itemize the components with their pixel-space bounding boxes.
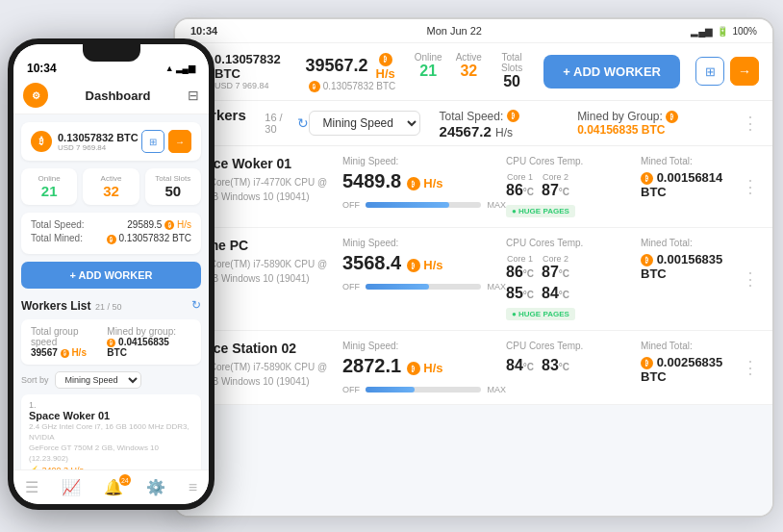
worker-cpu-1: CPU Cores Temp. Core 1 86°C Core 2 87°C … — [506, 156, 641, 217]
mined-group-val: 0.04156835 BTC — [577, 123, 665, 137]
signal-icon: ▂▄▆ — [176, 63, 195, 73]
phone-online-val: 21 — [29, 183, 69, 199]
tablet-frame: 10:34 Mon Jun 22 ▂▄▆ 🔋 100% ₿ 0.13057832… — [173, 17, 774, 518]
phone-btc-amount: 0.13057832 BTC — [58, 132, 139, 143]
total-speed-val: 29589.5 ₿ H/s — [127, 219, 191, 230]
worker-mining-2: Minig Speed: 3568.4 ₿ H/s OFF MAX — [342, 238, 506, 320]
table-row: Space Woker 01 Intel Core(TM) i7-4770K C… — [175, 146, 772, 228]
phone-online-label: Online — [29, 174, 69, 183]
worker-mining-3: Minig Speed: 2872.1 ₿ H/s OFF MAX — [342, 341, 506, 394]
phone-sort-select[interactable]: Mining Speed — [55, 371, 141, 389]
mining-speed-1: 5489.8 ₿ H/s — [342, 170, 506, 192]
phone-workers-header: Workers List 21 / 50 ↻ — [21, 296, 201, 314]
arrow-button[interactable]: → — [730, 57, 759, 86]
speed-btc-icon: ₿ — [379, 53, 392, 66]
phone-online-stat: Online 21 — [21, 168, 77, 205]
desktop-btc-mined-label: ₿ 0.13057832 BTC — [306, 81, 399, 92]
huge-pages-badge-2: ● HUGE PAGES — [506, 308, 575, 320]
mined-label: Total Mined: — [31, 233, 83, 243]
sort-label: Sort by — [21, 375, 49, 385]
active-label: Active — [456, 52, 482, 63]
phone-add-worker-button[interactable]: + ADD WORKER — [21, 262, 201, 289]
desktop-speed-group: 39567.2 ₿ H/s ₿ 0.13057832 BTC — [306, 51, 399, 92]
phone-screen: 10:34 ▲ ▂▄▆ ⚙ Dashboard ⊟ ₿ 0.13057832 B… — [13, 44, 209, 504]
nav-menu[interactable]: ≡ — [179, 477, 207, 498]
slots-val: 50 — [495, 73, 528, 90]
phone-workers-count: 21 / 50 — [95, 302, 122, 312]
worker-mined-1: Mined Total: ₿ 0.00156814 BTC — [641, 156, 742, 217]
workers-more-icon[interactable]: ⋮ — [742, 113, 759, 134]
qr-button[interactable]: ⊞ — [695, 57, 724, 86]
online-label: Online — [415, 52, 442, 63]
phone-logo: ⚙ — [23, 83, 48, 108]
desktop-speed-unit: ₿ H/s — [372, 51, 399, 81]
phone-btc-card: ₿ 0.13057832 BTC USD 7 969.84 ⊞ → — [21, 122, 201, 161]
desktop-total-speed: 39567.2 — [306, 56, 368, 76]
speed-bar-1: OFF MAX — [342, 200, 506, 210]
mined-group-display: Mined by Group: ₿ 0.04156835 BTC — [577, 110, 722, 137]
worker-more-3[interactable]: ⋮ — [742, 341, 759, 394]
phone-notch — [83, 44, 140, 62]
phone-frame: 10:34 ▲ ▂▄▆ ⚙ Dashboard ⊟ ₿ 0.13057832 B… — [8, 38, 215, 510]
desktop-active-stat: Active 32 — [456, 52, 482, 90]
add-worker-button[interactable]: + ADD WORKER — [543, 55, 680, 89]
phone-active-val: 32 — [90, 183, 131, 199]
phone-btc-icon: ₿ — [31, 131, 52, 152]
total-speed-label: Total Speed: — [31, 219, 85, 230]
worker-cpu-3: CPU Cores Temp. 84°C 83°C — [506, 341, 641, 394]
worker-cpu-2: CPU Cores Temp. Core 1 86°C Core 2 87°C — [506, 238, 641, 320]
group-speed-val: 39567 ₿ H/s — [31, 347, 107, 358]
wifi-icon: ▲ — [165, 63, 174, 73]
worker-more-2[interactable]: ⋮ — [742, 238, 759, 320]
mining-speed-2: 3568.4 ₿ H/s — [342, 252, 506, 274]
sort-select[interactable]: Mining Speed — [309, 111, 420, 136]
mined-by-label: Mined by group: — [107, 326, 191, 337]
worker-mined-3: Mined Total: ₿ 0.00256835 BTC — [641, 341, 742, 394]
total-speed-display: Total Speed: ₿ 24567.2 H/s — [440, 107, 559, 139]
phone-workers-title: Workers List — [21, 299, 90, 313]
phone-group-stats: Total group speed 39567 ₿ H/s Mined by g… — [21, 319, 201, 365]
phone-speed-card: Total Speed: 29589.5 ₿ H/s Total Mined: … — [21, 213, 201, 254]
battery-icon: 🔋 — [717, 26, 728, 37]
workers-list-container: Space Woker 01 Intel Core(TM) i7-4770K C… — [175, 146, 772, 516]
phone-filter-icon[interactable]: ⊟ — [188, 88, 199, 103]
nav-chart[interactable]: 📈 — [52, 476, 90, 498]
phone-stats-row: Online 21 Active 32 Total Slots 50 — [21, 168, 201, 205]
phone-qr-btn[interactable]: ⊞ — [141, 130, 164, 153]
active-val: 32 — [456, 63, 482, 80]
tablet-status-bar: 10:34 Mon Jun 22 ▂▄▆ 🔋 100% — [175, 19, 772, 43]
nav-home[interactable]: ☰ — [15, 476, 48, 498]
nav-settings[interactable]: ⚙️ — [137, 476, 175, 498]
mined-group-label: Mined by Group: — [577, 110, 663, 123]
phone-time: 10:34 — [27, 62, 57, 75]
desktop-btc-usd: USD 7 969.84 — [215, 81, 305, 90]
signal-icon: ▂▄▆ — [691, 26, 713, 37]
nav-notifications[interactable]: 🔔 24 — [94, 476, 133, 498]
cpu-temps-1: Core 1 86°C Core 2 87°C — [506, 172, 641, 199]
cpu-temps-2: Core 1 86°C Core 2 87°C — [506, 254, 641, 281]
phone-refresh-icon[interactable]: ↻ — [191, 298, 201, 312]
header-action-btns: ⊞ → — [695, 57, 759, 86]
battery-pct: 100% — [732, 26, 757, 37]
phone-arrow-btn[interactable]: → — [168, 130, 191, 153]
tablet-date: Mon Jun 22 — [426, 25, 481, 37]
worker-more-1[interactable]: ⋮ — [742, 156, 759, 217]
phone-sort-row: Sort by Mining Speed — [21, 371, 201, 389]
phone-title: Dashboard — [86, 89, 151, 103]
desktop-online-stat: Online 21 — [415, 52, 442, 90]
workers-list-count: 16 / 30 — [265, 112, 290, 135]
speed-bar-3: OFF MAX — [342, 385, 506, 394]
refresh-icon[interactable]: ↻ — [297, 115, 309, 131]
desktop-btc-mined: 0.13057832 BTC — [323, 81, 396, 91]
worker-mined-2: Mined Total: ₿ 0.00156835 BTC — [641, 238, 742, 320]
huge-pages-badge-1: ● HUGE PAGES — [506, 205, 575, 217]
workers-list-toolbar: Workers List 16 / 30 ↻ Mining Speed Tota… — [175, 101, 772, 146]
phone-active-label: Active — [90, 174, 131, 183]
phone-slots-val: 50 — [153, 183, 193, 199]
phone-nav: ☰ 📈 🔔 24 ⚙️ ≡ — [13, 469, 209, 504]
worker-mining-1: Minig Speed: 5489.8 ₿ H/s OFF MAX — [342, 156, 506, 217]
speed-bar-2: OFF MAX — [342, 282, 506, 291]
phone-worker-specs: 2.4 GHz Intel Core i7, 16 GB 1600 MHz DD… — [29, 421, 193, 465]
btc-sm-icon: ₿ — [309, 81, 320, 92]
table-row: Space Station 02 Intel Core(TM) i7-5890K… — [175, 331, 772, 405]
